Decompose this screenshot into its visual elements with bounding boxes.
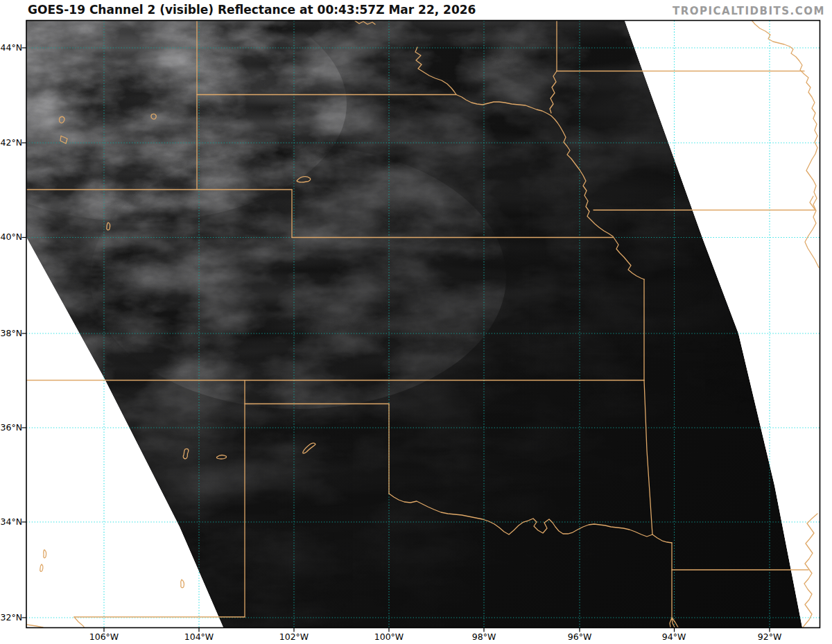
rio-grande-corner: [26, 625, 43, 627]
lat-tick-label: 34°N: [0, 516, 22, 528]
lake-elephant-butte: [44, 550, 46, 558]
cloud-streaks: [26, 21, 820, 628]
lon-tick-label: 100°W: [367, 632, 411, 643]
lon-tick-label: 94°W: [652, 632, 696, 643]
lon-tick-label: 96°W: [557, 632, 602, 643]
lon-tick-label: 106°W: [82, 632, 126, 643]
lat-tick-label: 44°N: [0, 42, 22, 53]
lat-tick-label: 32°N: [0, 612, 22, 623]
lake-brantley: [181, 580, 184, 588]
lat-tick-label: 42°N: [0, 137, 22, 148]
rio-grande: [74, 617, 85, 628]
lon-tick-label: 102°W: [272, 632, 316, 643]
lake-caballo: [40, 564, 43, 571]
lat-tick-label: 38°N: [0, 328, 22, 339]
lat-tick-label: 40°N: [0, 232, 22, 243]
mississippi-river-south: [803, 514, 817, 627]
lon-tick-label: 104°W: [177, 632, 221, 643]
satellite-map: [0, 0, 832, 644]
lon-tick-label: 92°W: [747, 632, 792, 643]
lon-tick-label: 98°W: [462, 632, 506, 643]
satellite-image-page: GOES-19 Channel 2 (visible) Reflectance …: [0, 0, 832, 644]
satellite-swath: [26, 21, 820, 628]
mississippi-river-north: [751, 19, 819, 268]
lat-tick-label: 36°N: [0, 422, 22, 433]
